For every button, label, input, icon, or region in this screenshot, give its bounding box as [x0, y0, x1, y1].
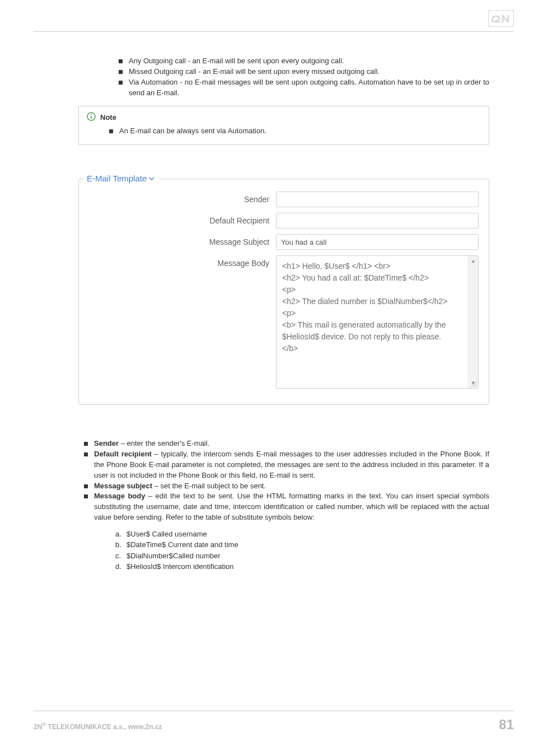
footer-company-rest: TELEKOMUNIKACE a.s., www.2n.cz [46, 723, 162, 731]
list-item: Any Outgoing call - an E-mail will be se… [119, 56, 489, 67]
list-item: a.$User$ Called username [115, 529, 489, 540]
header-divider [34, 31, 514, 32]
message-body-textarea[interactable]: <h1> Hello, $User$ </h1> <br> <h2> You h… [276, 255, 479, 389]
explain-text: – edit the text to be sent. Use the HTML… [94, 492, 489, 521]
explain-text: – typically, the intercom sends E-mail m… [94, 450, 489, 479]
footer-company-prefix: 2N [34, 723, 42, 731]
outgoing-modes-list: Any Outgoing call - an E-mail will be se… [119, 56, 489, 98]
list-item: An E-mail can be always sent via Automat… [109, 126, 481, 137]
note-title: Note [100, 113, 116, 122]
sender-label: Sender [89, 192, 276, 204]
explain-term: Default recipient [94, 450, 152, 458]
footer-divider [34, 711, 514, 711]
default-recipient-input[interactable] [276, 213, 479, 228]
field-explanations-list: Sender – enter the sender's E-mail. Defa… [84, 438, 489, 572]
default-recipient-label: Default Recipient [89, 213, 276, 225]
list-item: Sender – enter the sender's E-mail. [84, 438, 489, 449]
scroll-up-icon[interactable]: ▲ [469, 256, 478, 266]
explain-text: – enter the sender's E-mail. [119, 439, 209, 447]
list-item: Message subject – set the E-mail subject… [84, 481, 489, 492]
list-item: Via Automation - no E-mail messages will… [119, 77, 489, 99]
sublist-text: $User$ Called username [127, 530, 207, 538]
page-number: 81 [499, 717, 514, 732]
sublist-marker: b. [115, 539, 127, 550]
footer-reg-mark: ® [42, 722, 46, 727]
list-item: b.$DateTime$ Current date and time [115, 539, 489, 550]
footer-company: 2N® TELEKOMUNIKACE a.s., www.2n.cz [34, 722, 162, 731]
message-subject-input[interactable] [276, 234, 479, 250]
note-item-text: An E-mail can be always sent via Automat… [119, 127, 266, 135]
chevron-down-icon [149, 174, 154, 183]
sublist-marker: a. [115, 529, 127, 540]
list-item: Default recipient – typically, the inter… [84, 449, 489, 481]
list-item: Message body – edit the text to be sent.… [84, 491, 489, 572]
explain-term: Message subject [94, 482, 152, 490]
page-footer: 2N® TELEKOMUNIKACE a.s., www.2n.cz 81 [34, 711, 514, 732]
note-callout: Note An E-mail can be always sent via Au… [78, 106, 489, 145]
svg-point-2 [91, 114, 92, 115]
list-item-text: Missed Outgoing call - an E-mail will be… [129, 67, 380, 76]
svg-rect-3 [91, 116, 92, 119]
message-body-label: Message Body [89, 255, 276, 268]
explain-text: – set the E-mail subject to be sent. [152, 482, 266, 490]
explain-term: Sender [94, 439, 119, 447]
list-item: c.$DialNumber$Called number [115, 550, 489, 562]
list-item: d.$HeliosId$ Intercom identification [115, 561, 489, 572]
sublist-text: $HeliosId$ Intercom identification [127, 562, 234, 571]
sender-input[interactable] [276, 192, 479, 207]
sublist-text: $DateTime$ Current date and time [127, 540, 238, 549]
sublist-marker: d. [115, 561, 127, 572]
list-item: Missed Outgoing call - an E-mail will be… [119, 67, 489, 77]
sublist-marker: c. [115, 550, 127, 562]
brand-logo [488, 10, 514, 29]
sublist-text: $DialNumber$Called number [127, 552, 221, 560]
fieldset-legend[interactable]: E-Mail Template [83, 174, 158, 183]
fieldset-legend-text: E-Mail Template [87, 174, 147, 183]
list-item-text: Any Outgoing call - an E-mail will be se… [129, 57, 344, 65]
info-icon [87, 112, 96, 123]
scrollbar[interactable]: ▲ ▼ [468, 256, 478, 388]
message-subject-label: Message Subject [89, 234, 276, 246]
list-item-text: Via Automation - no E-mail messages will… [129, 78, 489, 97]
substitute-symbols-list: a.$User$ Called username b.$DateTime$ Cu… [115, 529, 489, 572]
scroll-down-icon[interactable]: ▼ [469, 378, 478, 388]
email-template-fieldset: E-Mail Template Sender Default Recipient [78, 179, 489, 405]
explain-term: Message body [94, 492, 145, 500]
